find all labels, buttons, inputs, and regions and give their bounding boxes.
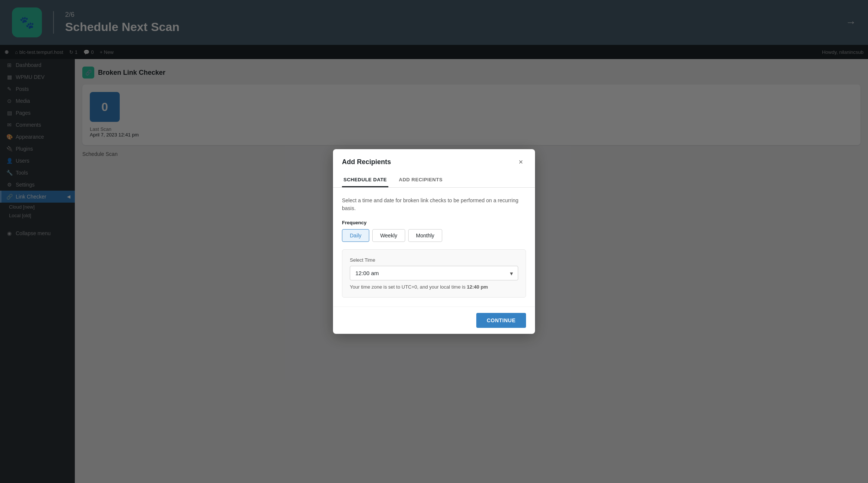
modal-header: Add Recipients × bbox=[333, 149, 535, 167]
modal-footer: CONTINUE bbox=[333, 307, 535, 334]
modal-backdrop: Add Recipients × SCHEDULE DATE ADD RECIP… bbox=[0, 0, 868, 483]
modal-body: Select a time and date for broken link c… bbox=[333, 188, 535, 307]
modal-description: Select a time and date for broken link c… bbox=[342, 197, 526, 212]
select-time-label: Select Time bbox=[350, 257, 518, 263]
modal-tabs: SCHEDULE DATE ADD RECIPIENTS bbox=[333, 173, 535, 188]
continue-button[interactable]: CONTINUE bbox=[476, 313, 526, 328]
time-select[interactable]: 12:00 am 1:00 am 2:00 am 3:00 am 4:00 am… bbox=[350, 266, 518, 280]
modal-close-button[interactable]: × bbox=[516, 157, 526, 167]
tab-add-recipients[interactable]: ADD RECIPIENTS bbox=[397, 173, 444, 187]
freq-daily-button[interactable]: Daily bbox=[342, 229, 369, 242]
timezone-text: Your time zone is set to UTC+0, and your… bbox=[350, 284, 465, 290]
timezone-note: Your time zone is set to UTC+0, and your… bbox=[350, 284, 518, 290]
local-time: 12:40 pm bbox=[467, 284, 488, 290]
freq-monthly-button[interactable]: Monthly bbox=[408, 229, 442, 242]
frequency-label: Frequency bbox=[342, 220, 526, 225]
frequency-buttons: Daily Weekly Monthly bbox=[342, 229, 526, 242]
time-select-wrapper: 12:00 am 1:00 am 2:00 am 3:00 am 4:00 am… bbox=[350, 266, 518, 280]
modal-title: Add Recipients bbox=[342, 158, 391, 166]
tab-schedule-date[interactable]: SCHEDULE DATE bbox=[342, 173, 388, 187]
modal: Add Recipients × SCHEDULE DATE ADD RECIP… bbox=[333, 149, 535, 334]
freq-weekly-button[interactable]: Weekly bbox=[372, 229, 405, 242]
time-container: Select Time 12:00 am 1:00 am 2:00 am 3:0… bbox=[342, 249, 526, 298]
